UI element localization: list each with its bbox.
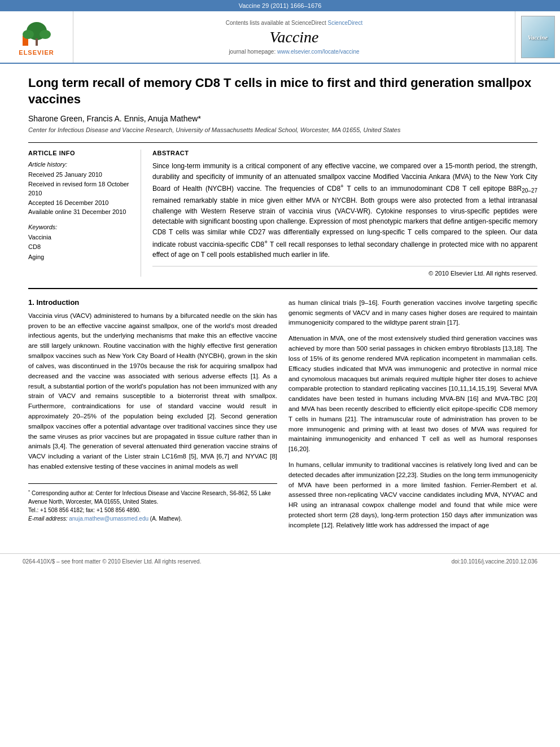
article-info-label: Article info	[28, 150, 132, 156]
journal-homepage: journal homepage: www.elsevier.com/locat…	[229, 49, 359, 55]
footer-doi: doi:10.1016/j.vaccine.2010.12.036	[452, 558, 537, 565]
online-date: Available online 31 December 2010	[28, 207, 132, 217]
abstract-label: ABSTRACT	[152, 150, 537, 156]
journal-header-center: Contents lists available at ScienceDirec…	[73, 11, 515, 63]
journal-cover-area: Vaccine	[515, 11, 560, 63]
journal-citation-bar: Vaccine 29 (2011) 1666–1676	[0, 0, 560, 11]
intro-paragraph-1: Vaccinia virus (VACV) administered to hu…	[28, 311, 277, 472]
keyword-3: Aging	[28, 252, 132, 263]
keywords-label: Keywords:	[28, 224, 132, 230]
elsevier-text: ELSEVIER	[19, 49, 54, 56]
journal-cover-image: Vaccine	[521, 16, 555, 58]
footnote-email: E-mail address: anuja.mathew@umassmed.ed…	[28, 514, 277, 523]
page-footer: 0264-410X/$ – see front matter © 2010 El…	[0, 553, 560, 569]
abstract-column: ABSTRACT Since long-term immunity is a c…	[152, 150, 537, 277]
received-date: Received 25 January 2010	[28, 170, 132, 180]
footnote-area: * Corresponding author at: Center for In…	[28, 483, 277, 523]
journal-header: ELSEVIER Contents lists available at Sci…	[0, 11, 560, 64]
article-affiliation: Center for Infectious Disease and Vaccin…	[28, 126, 537, 133]
body-right-column: as human clinical trials [9–16]. Fourth …	[288, 298, 537, 536]
svg-point-4	[40, 30, 51, 39]
right-paragraph-2: Attenuation in MVA, one of the most exte…	[288, 334, 537, 455]
email-label: E-mail address:	[28, 516, 67, 522]
keywords-section: Keywords: Vaccinia CD8 Aging	[28, 224, 132, 263]
section-number: 1.	[28, 298, 36, 307]
copyright-line: © 2010 Elsevier Ltd. All rights reserved…	[152, 266, 537, 277]
science-direct-line: Contents lists available at ScienceDirec…	[226, 20, 362, 26]
history-label: Article history:	[28, 161, 132, 168]
email-person: (A. Mathew).	[150, 516, 182, 522]
article-info-column: Article info Article history: Received 2…	[28, 150, 141, 277]
accepted-date: Accepted 16 December 2010	[28, 198, 132, 208]
found-text: found	[454, 501, 471, 508]
article-content: Long term recall of memory CD8 T cells i…	[0, 64, 560, 548]
elsevier-logo-area: ELSEVIER	[0, 11, 73, 63]
svg-rect-5	[36, 38, 38, 46]
elsevier-tree-icon	[20, 19, 54, 47]
footnote-corresponding: * Corresponding author at: Center for In…	[28, 488, 277, 506]
footnote-star: *	[28, 489, 30, 494]
intro-heading: 1. Introduction	[28, 298, 277, 307]
email-link[interactable]: anuja.mathew@umassmed.edu	[69, 516, 148, 522]
science-direct-link[interactable]: ScienceDirect	[327, 20, 362, 26]
article-info-abstract-section: Article info Article history: Received 2…	[28, 142, 537, 277]
cover-title-text: Vaccine	[528, 34, 548, 41]
footnote-tel: Tel.: +1 508 856 4182; fax: +1 508 856 4…	[28, 506, 277, 514]
keyword-1: Vaccinia	[28, 233, 132, 243]
journal-url[interactable]: www.elsevier.com/locate/vaccine	[277, 49, 360, 55]
right-paragraph-3: In humans, cellular immunity to traditio…	[288, 460, 537, 531]
article-authors: Sharone Green, Francis A. Ennis, Anuja M…	[28, 114, 537, 123]
body-left-column: 1. Introduction Vaccinia virus (VACV) ad…	[28, 298, 277, 536]
footer-issn: 0264-410X/$ – see front matter © 2010 El…	[23, 558, 201, 565]
journal-citation-text: Vaccine 29 (2011) 1666–1676	[239, 2, 322, 9]
keyword-2: CD8	[28, 242, 132, 252]
revised-date: Received in revised form 18 October 2010	[28, 180, 132, 198]
article-history-section: Article history: Received 25 January 201…	[28, 161, 132, 217]
elsevier-logo: ELSEVIER	[19, 19, 54, 56]
abstract-text: Since long-term immunity is a critical c…	[152, 161, 537, 260]
article-title: Long term recall of memory CD8 T cells i…	[28, 75, 537, 107]
svg-point-3	[23, 30, 34, 39]
journal-title: Vaccine	[269, 28, 318, 46]
keywords-list: Vaccinia CD8 Aging	[28, 233, 132, 263]
right-paragraph-1: as human clinical trials [9–16]. Fourth …	[288, 298, 537, 328]
body-section: 1. Introduction Vaccinia virus (VACV) ad…	[28, 288, 537, 536]
